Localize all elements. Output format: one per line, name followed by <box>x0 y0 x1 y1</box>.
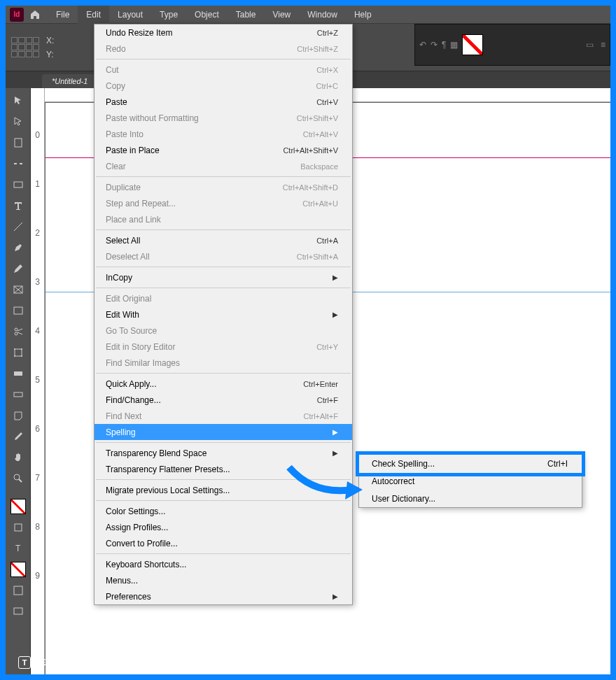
menu-item-find-similar-images: Find Similar Images <box>94 355 352 371</box>
menu-item-label: Paste Into <box>106 129 144 139</box>
menu-item-keyboard-shortcuts[interactable]: Keyboard Shortcuts... <box>94 556 352 572</box>
menu-item-label: Cut <box>106 65 119 75</box>
menu-item-transparency-blend-space[interactable]: Transparency Blend Space▶ <box>94 445 352 461</box>
page-tool-icon[interactable] <box>6 133 30 153</box>
ruler-tick: 4 <box>31 326 44 336</box>
ruler-tick: 8 <box>31 522 44 532</box>
menu-item-paste[interactable]: PasteCtrl+V <box>94 94 352 110</box>
paragraph-icon: ¶ <box>442 40 446 50</box>
menu-window[interactable]: Window <box>299 6 346 24</box>
submenu-item-user-dictionary[interactable]: User Dictionary... <box>359 490 582 507</box>
hand-tool-icon[interactable] <box>6 448 30 467</box>
menu-item-deselect-all: Deselect AllCtrl+Shift+A <box>94 248 352 264</box>
menu-item-incopy[interactable]: InCopy▶ <box>94 269 352 285</box>
view-mode-icon[interactable] <box>6 581 30 600</box>
tools-panel: T <box>6 88 31 674</box>
free-transform-tool-icon[interactable] <box>6 343 30 362</box>
ruler-tick: 5 <box>31 375 44 385</box>
menu-type[interactable]: Type <box>151 6 186 24</box>
panel-icon[interactable]: ▭ <box>586 40 594 50</box>
submenu-arrow-icon: ▶ <box>332 593 338 600</box>
menu-edit[interactable]: Edit <box>78 6 109 24</box>
submenu-arrow-icon: ▶ <box>332 449 338 457</box>
menu-item-migrate-previous-local-settings[interactable]: Migrate previous Local Settings... <box>94 482 352 498</box>
menu-item-label: Paste in Place <box>106 146 160 155</box>
type-tool-icon[interactable] <box>6 196 30 215</box>
note-tool-icon[interactable] <box>6 406 30 425</box>
apply-none-swatch[interactable] <box>6 560 30 579</box>
menu-item-shortcut: Ctrl+Alt+V <box>303 130 338 139</box>
menu-item-assign-profiles[interactable]: Assign Profiles... <box>94 519 352 535</box>
menu-item-label: Convert to Profile... <box>106 539 178 548</box>
menu-item-transparency-flattener-presets[interactable]: Transparency Flattener Presets... <box>94 461 352 477</box>
panel-menu-icon[interactable]: ≡ <box>601 40 606 50</box>
menu-layout[interactable]: Layout <box>109 6 151 24</box>
line-tool-icon[interactable] <box>6 217 30 236</box>
menu-item-edit-with[interactable]: Edit With▶ <box>94 306 352 323</box>
svg-rect-3 <box>14 307 22 314</box>
menu-item-label: Select All <box>106 236 140 246</box>
menu-item-copy: CopyCtrl+C <box>94 78 352 94</box>
ruler-tick: 3 <box>31 277 44 287</box>
reference-point-grid[interactable] <box>11 37 39 58</box>
pencil-tool-icon[interactable] <box>6 259 30 278</box>
menu-item-label: Color Settings... <box>106 507 165 516</box>
menu-item-paste-in-place[interactable]: Paste in PlaceCtrl+Alt+Shift+V <box>94 142 352 158</box>
menu-item-select-all[interactable]: Select AllCtrl+A <box>94 232 352 248</box>
menu-separator <box>96 553 351 554</box>
menu-help[interactable]: Help <box>346 6 380 24</box>
spelling-submenu: Check Spelling...Ctrl+IAutocorrectUser D… <box>358 454 582 508</box>
menu-file[interactable]: File <box>48 6 78 24</box>
menu-item-label: Quick Apply... <box>106 379 156 389</box>
align-icon[interactable]: ▦ <box>450 40 458 50</box>
redo-icon[interactable]: ↷ <box>430 40 438 50</box>
submenu-item-autocorrect[interactable]: Autocorrect <box>359 472 582 490</box>
menu-object[interactable]: Object <box>186 6 227 24</box>
fill-stroke-swatch[interactable] <box>6 497 30 516</box>
text-swatch-icon[interactable]: T <box>6 539 30 558</box>
rectangle-frame-tool-icon[interactable] <box>6 280 30 299</box>
menu-item-color-settings[interactable]: Color Settings... <box>94 503 352 519</box>
menu-separator <box>96 267 351 267</box>
menu-separator <box>96 500 351 501</box>
menu-table[interactable]: Table <box>227 6 265 24</box>
gradient-swatch-tool-icon[interactable] <box>6 364 30 383</box>
container-swatch-icon[interactable] <box>6 518 30 537</box>
screen-mode-icon[interactable] <box>6 602 30 621</box>
menu-item-shortcut: Ctrl+Y <box>316 343 338 351</box>
pen-tool-icon[interactable] <box>6 238 30 257</box>
direct-selection-tool-icon[interactable] <box>6 112 30 132</box>
menu-separator <box>96 479 351 480</box>
panel-swatch[interactable] <box>462 34 483 55</box>
menu-item-label: Step and Repeat... <box>106 199 176 208</box>
rectangle-tool-icon[interactable] <box>6 301 30 320</box>
menu-item-label: Transparency Blend Space <box>106 448 206 458</box>
menu-item-label: Find Next <box>106 411 141 421</box>
zoom-tool-icon[interactable] <box>6 469 30 488</box>
menu-item-label: Preferences <box>106 592 151 602</box>
watermark-text: TEMPLATE.NET <box>35 658 99 667</box>
menu-item-spelling[interactable]: Spelling▶ <box>94 424 352 440</box>
gradient-feather-tool-icon[interactable] <box>6 385 30 404</box>
menu-item-shortcut: Ctrl+C <box>316 82 338 90</box>
menu-item-undo-resize-item[interactable]: Undo Resize ItemCtrl+Z <box>94 24 352 41</box>
menu-item-find-change[interactable]: Find/Change...Ctrl+F <box>94 392 352 408</box>
undo-icon[interactable]: ↶ <box>419 40 426 50</box>
menu-item-quick-apply[interactable]: Quick Apply...Ctrl+Enter <box>94 376 352 392</box>
eyedropper-tool-icon[interactable] <box>6 427 30 446</box>
gap-tool-icon[interactable] <box>6 154 30 173</box>
selection-tool-icon[interactable] <box>6 91 30 111</box>
menu-item-shortcut: Backspace <box>300 162 338 171</box>
document-tab[interactable]: *Untitled-1 <box>42 74 97 88</box>
menu-item-preferences[interactable]: Preferences▶ <box>94 588 352 604</box>
menu-item-label: Edit With <box>106 310 139 320</box>
content-collector-tool-icon[interactable] <box>6 175 30 194</box>
menu-item-menus[interactable]: Menus... <box>94 572 352 588</box>
menu-view[interactable]: View <box>264 6 299 24</box>
menu-item-convert-to-profile[interactable]: Convert to Profile... <box>94 535 352 551</box>
y-label: Y: <box>46 50 54 59</box>
scissors-tool-icon[interactable] <box>6 322 30 341</box>
submenu-item-check-spelling[interactable]: Check Spelling...Ctrl+I <box>359 455 582 472</box>
home-icon[interactable] <box>29 9 41 20</box>
app-logo-icon: Id <box>10 8 24 22</box>
